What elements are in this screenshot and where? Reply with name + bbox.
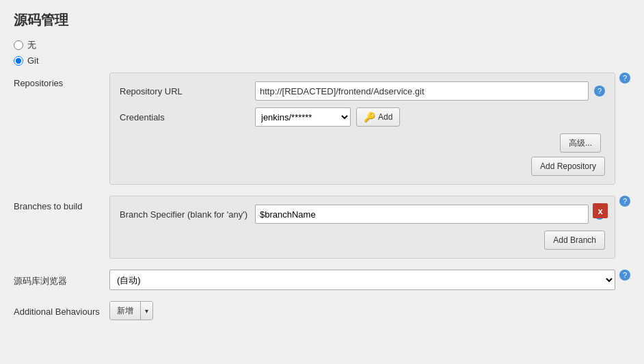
credentials-label: Credentials: [120, 112, 250, 122]
repositories-section: Repositories Repository URL ? Credential…: [14, 73, 630, 185]
radio-none-item: 无: [14, 39, 630, 51]
page-title: 源码管理: [14, 11, 630, 29]
add-split-arrow: ▾: [141, 302, 152, 320]
add-repository-button-row: Add Repository: [120, 157, 605, 176]
radio-git[interactable]: [14, 56, 23, 66]
add-split-main-label: 新增: [110, 302, 141, 320]
repo-url-input[interactable]: [255, 81, 589, 101]
key-icon: 🔑: [364, 112, 375, 122]
branch-specifier-label: Branch Specifier (blank for 'any'): [120, 209, 250, 220]
additional-behaviours-section: Additional Behaviours 新增 ▾: [14, 301, 630, 320]
add-branch-button[interactable]: Add Branch: [544, 231, 605, 250]
additional-behaviours-label: Additional Behaviours: [14, 301, 109, 317]
credentials-row: Credentials jenkins/****** 🔑 Add: [120, 107, 605, 127]
credentials-select[interactable]: jenkins/******: [255, 107, 351, 127]
credentials-add-button[interactable]: 🔑 Add: [356, 107, 400, 127]
radio-group: 无 Git: [14, 39, 630, 66]
branches-section: Branches to build x Branch Specifier (bl…: [14, 196, 630, 259]
radio-none[interactable]: [14, 40, 23, 50]
radio-none-label: 无: [27, 39, 36, 51]
branch-specifier-input[interactable]: [255, 205, 589, 224]
credentials-add-label: Add: [378, 112, 392, 122]
source-browser-help-icon[interactable]: ?: [619, 270, 630, 281]
branches-help-icon[interactable]: ?: [619, 196, 630, 207]
repositories-help-icon[interactable]: ?: [619, 73, 630, 83]
remove-branch-button[interactable]: x: [593, 203, 608, 218]
repo-url-help-icon[interactable]: ?: [594, 86, 605, 96]
advanced-button[interactable]: 高级...: [560, 133, 601, 153]
repositories-label: Repositories: [14, 73, 109, 88]
advanced-button-row: 高级...: [120, 133, 605, 153]
page-container: 源码管理 无 Git Repositories Repository URL ?: [0, 0, 644, 342]
repo-url-label: Repository URL: [120, 86, 250, 96]
add-repository-button[interactable]: Add Repository: [531, 157, 605, 176]
source-browser-section: 源码库浏览器 (自动) ?: [14, 270, 630, 290]
branch-specifier-row: Branch Specifier (blank for 'any') ?: [120, 205, 605, 224]
radio-git-label: Git: [27, 55, 39, 66]
branches-content: x Branch Specifier (blank for 'any') ? A…: [109, 196, 615, 259]
branches-label: Branches to build: [14, 196, 109, 211]
add-branch-button-row: Add Branch: [120, 231, 605, 250]
source-browser-label: 源码库浏览器: [14, 270, 109, 287]
repositories-content: Repository URL ? Credentials jenkins/***…: [109, 73, 615, 185]
source-browser-select[interactable]: (自动): [109, 270, 615, 290]
additional-behaviours-add-button[interactable]: 新增 ▾: [109, 301, 153, 320]
repo-url-row: Repository URL ?: [120, 81, 605, 101]
radio-git-item: Git: [14, 55, 630, 66]
